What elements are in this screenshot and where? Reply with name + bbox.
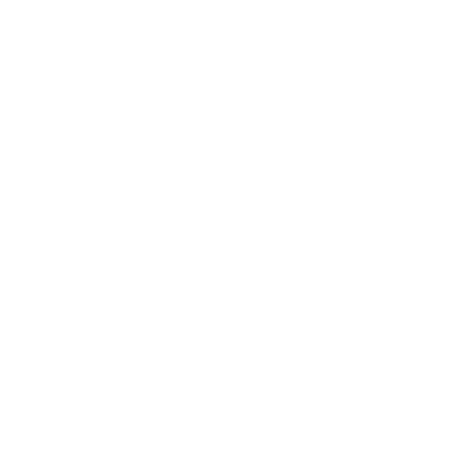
bottleneck-chart [0,0,476,476]
chart-container [0,0,476,476]
